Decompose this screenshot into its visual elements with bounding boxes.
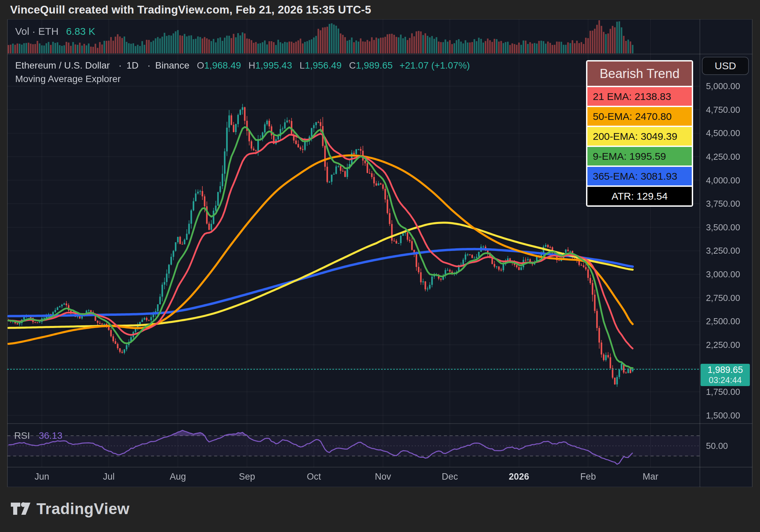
month-label: Dec — [442, 472, 458, 482]
rsi-legend[interactable]: RSI36.13 — [14, 430, 62, 441]
price-tick-label: 3,750.00 — [706, 199, 740, 209]
change-value: +21.07 (+1.07%) — [400, 60, 470, 71]
close-value: 1,989.65 — [356, 60, 393, 71]
price-tick-label: 1,750.00 — [706, 387, 740, 397]
month-label: Jul — [103, 472, 115, 482]
volume-value: 6.83 K — [66, 26, 95, 37]
month-label: Oct — [307, 472, 321, 482]
month-label: 2026 — [509, 472, 529, 482]
month-label: Mar — [643, 472, 659, 482]
last-price-value: 1,989.65 — [707, 365, 743, 375]
last-price-badge[interactable]: 1,989.65 03:24:44 — [701, 364, 750, 386]
symbol-legend[interactable]: Ethereum / U.S. Dollar·1D·BinanceO1,968.… — [15, 60, 470, 71]
price-tick-label: 4,500.00 — [706, 128, 740, 138]
attribution-title: VinceQuill created with TradingView.com,… — [10, 3, 371, 16]
price-tick-label: 3,500.00 — [706, 222, 740, 233]
low-value: 1,956.49 — [305, 60, 341, 71]
close-key: C — [349, 60, 356, 71]
price-tick-label: 4,000.00 — [706, 175, 740, 186]
trend-ema-row: 200-EMA: 3049.39 — [587, 127, 692, 146]
volume-legend[interactable]: Vol · ETH6.83 K — [15, 26, 95, 37]
month-label: Feb — [580, 472, 596, 482]
high-value: 1,995.43 — [255, 60, 292, 71]
price-tick-label: 3,250.00 — [706, 246, 740, 256]
price-tick-label: 4,250.00 — [706, 152, 740, 162]
tradingview-logo-icon — [10, 499, 31, 518]
volume-label: Vol · ETH — [15, 26, 58, 37]
price-tick-label: 5,000.00 — [706, 81, 740, 92]
price-tick-label: 1,500.00 — [706, 410, 740, 421]
bar-countdown: 03:24:44 — [709, 375, 741, 385]
currency-toggle-button[interactable]: USD — [702, 57, 749, 75]
tradingview-logo[interactable]: TradingView — [10, 499, 130, 518]
trend-ema-row: 50-EMA: 2470.80 — [587, 107, 692, 126]
rsi-value: 36.13 — [39, 430, 62, 441]
tradingview-snapshot: VinceQuill created with TradingView.com,… — [0, 0, 760, 532]
month-label: Nov — [375, 472, 391, 482]
trend-ema-row: 21 EMA: 2138.83 — [587, 87, 692, 106]
low-key: L — [300, 60, 305, 71]
price-tick-label: 3,000.00 — [706, 269, 740, 280]
indicator-title[interactable]: Moving Average Explorer — [15, 74, 121, 84]
rsi-label: RSI — [14, 430, 30, 441]
open-key: O — [197, 60, 204, 71]
trend-ema-row: 9-EMA: 1995.59 — [587, 147, 692, 166]
high-key: H — [249, 60, 255, 71]
brand-name: TradingView — [36, 500, 130, 518]
price-tick-label: 2,750.00 — [706, 293, 740, 303]
price-tick-label: 2,250.00 — [706, 340, 740, 350]
month-label: Aug — [170, 472, 186, 482]
exchange-label: Binance — [155, 60, 189, 71]
price-tick-label: 2,500.00 — [706, 316, 740, 327]
month-label: Jun — [34, 472, 49, 482]
trend-title: Bearish Trend — [587, 61, 692, 86]
trend-status-box: Bearish Trend 21 EMA: 2138.8350-EMA: 247… — [586, 60, 693, 207]
interval-label: 1D — [126, 60, 138, 71]
symbol-title: Ethereum / U.S. Dollar — [15, 60, 110, 71]
open-value: 1,968.49 — [204, 60, 241, 71]
trend-ema-row: 365-EMA: 3081.93 — [587, 167, 692, 185]
month-label: Sep — [239, 472, 255, 482]
rsi-tick-label: 50.00 — [706, 441, 728, 451]
price-tick-label: 4,750.00 — [706, 105, 740, 115]
trend-atr-row: ATR: 129.54 — [587, 187, 692, 205]
